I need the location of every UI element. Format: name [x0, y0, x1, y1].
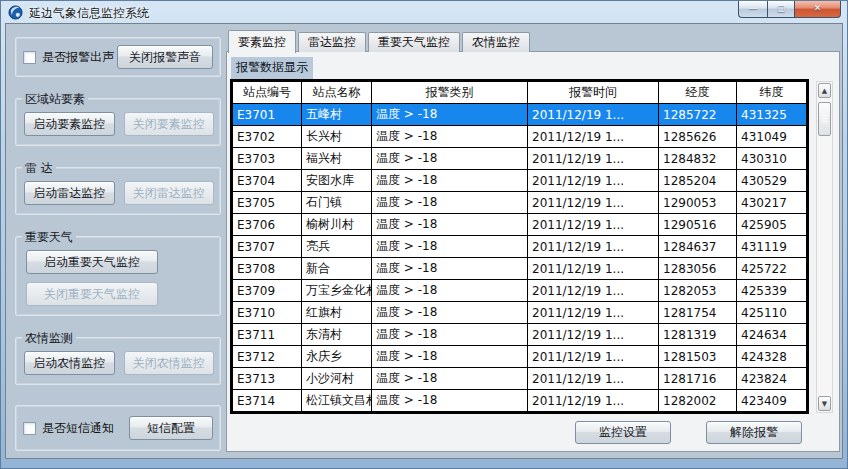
table-row[interactable]: E3707亮兵温度 > -182011/12/19 1...1284637431… — [233, 236, 807, 258]
table-cell: 温度 > -18 — [372, 192, 528, 214]
group-agriculture-monitor: 农情监测 启动农情监控 关闭农情监控 — [15, 337, 221, 385]
start-element-monitor-button[interactable]: 启动要素监控 — [24, 112, 115, 136]
table-cell: E3704 — [233, 170, 302, 192]
start-severe-weather-monitor-button[interactable]: 启动重要天气监控 — [26, 250, 158, 274]
table-row[interactable]: E3714松江镇文昌村温度 > -182011/12/19 1...128200… — [233, 390, 807, 412]
table-cell: E3711 — [233, 324, 302, 346]
sms-notify-checkbox[interactable] — [23, 422, 36, 435]
start-agriculture-monitor-button[interactable]: 启动农情监控 — [24, 351, 115, 375]
table-row[interactable]: E3701五峰村温度 > -182011/12/19 1...128572243… — [233, 104, 807, 126]
tab-element-monitor[interactable]: 要素监控 — [228, 30, 296, 53]
table-cell: E3706 — [233, 214, 302, 236]
table-cell: 2011/12/19 1... — [528, 170, 659, 192]
table-header-row: 站点编号站点名称报警类别报警时间经度纬度 — [233, 82, 807, 104]
close-alarm-sound-button[interactable]: 关闭报警声音 — [117, 45, 213, 69]
group-radar-monitor: 雷 达 启动雷达监控 关闭雷达监控 — [15, 167, 221, 215]
table-cell: 小沙河村 — [302, 368, 372, 390]
table-row[interactable]: E3709万宝乡金化村温度 > -182011/12/19 1...128205… — [233, 280, 807, 302]
stop-element-monitor-button: 关闭要素监控 — [124, 112, 215, 136]
table-cell: 2011/12/19 1... — [528, 214, 659, 236]
table-cell: 2011/12/19 1... — [528, 346, 659, 368]
table-row[interactable]: E3712永庆乡温度 > -182011/12/19 1...128150342… — [233, 346, 807, 368]
table-cell: 红旗村 — [302, 302, 372, 324]
sms-config-button[interactable]: 短信配置 — [129, 416, 213, 440]
alarm-sound-checkbox[interactable] — [23, 51, 36, 64]
start-radar-monitor-button[interactable]: 启动雷达监控 — [24, 181, 115, 205]
table-cell: 安图水库 — [302, 170, 372, 192]
table-cell: E3702 — [233, 126, 302, 148]
table-cell: 431325 — [737, 104, 807, 126]
table-cell: 温度 > -18 — [372, 302, 528, 324]
table-cell: 温度 > -18 — [372, 280, 528, 302]
tab-agriculture-monitor[interactable]: 农情监控 — [462, 32, 530, 52]
table-cell: 温度 > -18 — [372, 258, 528, 280]
table-cell: E3713 — [233, 368, 302, 390]
table-cell: 温度 > -18 — [372, 390, 528, 412]
table-cell: 温度 > -18 — [372, 236, 528, 258]
table-row[interactable]: E3713小沙河村温度 > -182011/12/19 1...12817164… — [233, 368, 807, 390]
column-header[interactable]: 报警时间 — [528, 82, 659, 104]
table-cell: 东清村 — [302, 324, 372, 346]
table-row[interactable]: E3704安图水库温度 > -182011/12/19 1...12852044… — [233, 170, 807, 192]
table-row[interactable]: E3710红旗村温度 > -182011/12/19 1...128175442… — [233, 302, 807, 324]
table-row[interactable]: E3708新合温度 > -182011/12/19 1...1283056425… — [233, 258, 807, 280]
table-cell: 2011/12/19 1... — [528, 236, 659, 258]
close-button[interactable]: ✕ — [795, 1, 841, 18]
dismiss-alarm-button[interactable]: 解除报警 — [706, 421, 802, 444]
column-header[interactable]: 站点名称 — [302, 82, 372, 104]
column-header[interactable]: 经度 — [659, 82, 737, 104]
tab-severe-weather-monitor[interactable]: 重要天气监控 — [368, 32, 460, 52]
table-body: E3701五峰村温度 > -182011/12/19 1...128572243… — [233, 104, 807, 412]
table-cell: E3703 — [233, 148, 302, 170]
table-cell: 1283056 — [659, 258, 737, 280]
table-cell: 五峰村 — [302, 104, 372, 126]
alarm-sound-checkbox-label: 是否报警出声 — [42, 49, 114, 66]
scrollbar-up-button[interactable]: ▲ — [818, 83, 831, 98]
minimize-button[interactable]: — — [738, 1, 767, 18]
monitor-settings-button[interactable]: 监控设置 — [575, 421, 671, 444]
table-cell: 2011/12/19 1... — [528, 126, 659, 148]
table-row[interactable]: E3711东清村温度 > -182011/12/19 1...128131942… — [233, 324, 807, 346]
table-cell: 425110 — [737, 302, 807, 324]
maximize-button[interactable]: ▢ — [767, 1, 795, 18]
table-row[interactable]: E3706榆树川村温度 > -182011/12/19 1...12905164… — [233, 214, 807, 236]
grid-vertical-scrollbar[interactable]: ▲ ▼ — [816, 81, 833, 413]
scrollbar-thumb[interactable] — [818, 102, 831, 136]
stop-severe-weather-monitor-button: 关闭重要天气监控 — [26, 282, 158, 306]
table-cell: 温度 > -18 — [372, 148, 528, 170]
table-row[interactable]: E3705石门镇温度 > -182011/12/19 1...129005343… — [233, 192, 807, 214]
table-cell: 松江镇文昌村 — [302, 390, 372, 412]
column-header[interactable]: 报警类别 — [372, 82, 528, 104]
stop-agriculture-monitor-button: 关闭农情监控 — [124, 351, 215, 375]
scrollbar-down-button[interactable]: ▼ — [818, 396, 831, 411]
table-row[interactable]: E3702长兴村温度 > -182011/12/19 1...128562643… — [233, 126, 807, 148]
table-cell: 2011/12/19 1... — [528, 324, 659, 346]
table-cell: 万宝乡金化村 — [302, 280, 372, 302]
table-cell: E3709 — [233, 280, 302, 302]
window-title: 延边气象信息监控系统 — [29, 5, 149, 22]
column-header[interactable]: 纬度 — [737, 82, 807, 104]
table-cell: 温度 > -18 — [372, 214, 528, 236]
group-title: 区域站要素 — [22, 91, 88, 108]
table-cell: E3707 — [233, 236, 302, 258]
table-cell: 亮兵 — [302, 236, 372, 258]
table-cell: 2011/12/19 1... — [528, 258, 659, 280]
table-row[interactable]: E3703福兴村温度 > -182011/12/19 1...128483243… — [233, 148, 807, 170]
table-cell: 2011/12/19 1... — [528, 302, 659, 324]
sms-notify-group: 是否短信通知 短信配置 — [15, 405, 221, 451]
table-cell: 1290053 — [659, 192, 737, 214]
table-cell: 温度 > -18 — [372, 170, 528, 192]
table-cell: 榆树川村 — [302, 214, 372, 236]
group-title: 重要天气 — [22, 229, 76, 246]
table-cell: 430529 — [737, 170, 807, 192]
sidebar: 是否报警出声 关闭报警声音 区域站要素 启动要素监控 关闭要素监控 雷 达 启动… — [10, 24, 226, 458]
table-cell: 温度 > -18 — [372, 104, 528, 126]
stop-radar-monitor-button: 关闭雷达监控 — [124, 181, 215, 205]
caption-buttons: — ▢ ✕ — [738, 1, 841, 18]
column-header[interactable]: 站点编号 — [233, 82, 302, 104]
tab-radar-monitor[interactable]: 雷达监控 — [298, 32, 366, 52]
table-cell: 1290516 — [659, 214, 737, 236]
table-cell: 1282053 — [659, 280, 737, 302]
table-cell: 1281319 — [659, 324, 737, 346]
table-cell: 1285204 — [659, 170, 737, 192]
